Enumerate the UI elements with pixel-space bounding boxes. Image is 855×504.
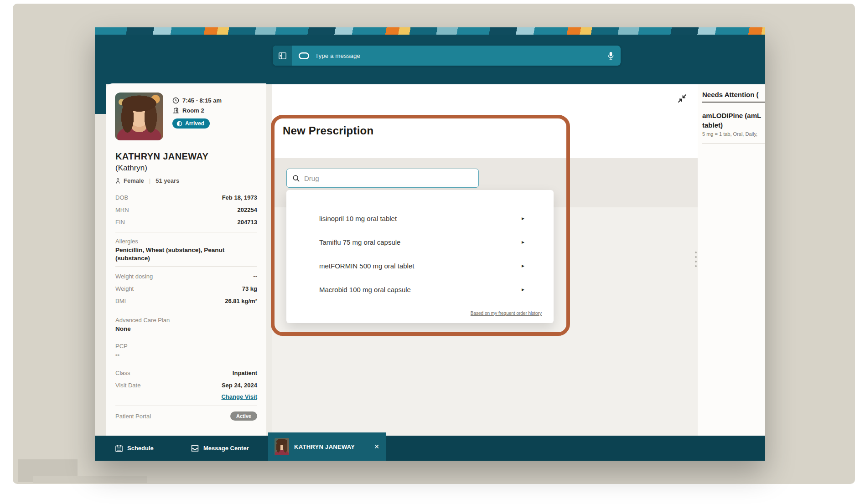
needs-attention-panel: Needs Attention ( amLODIPine (amL tablet… (698, 84, 765, 436)
patient-tab-name: KATHRYN JANEWAY (294, 443, 355, 450)
portal-status-badge: Active (230, 411, 257, 421)
patient-name: KATHRYN JANEWAY (115, 151, 257, 162)
appointment-time: 7:45 - 8:15 am (182, 97, 222, 104)
class-label: Class (115, 367, 130, 379)
status-badge[interactable]: Arrived (172, 118, 210, 129)
dob-row: DOB Feb 18, 1973 (106, 191, 266, 204)
visit-info: Class Inpatient Visit Date Sep 24, 2024 (106, 367, 266, 391)
suggestion-label: Tamiflu 75 mg oral capsule (319, 238, 400, 246)
search-icon (292, 175, 300, 182)
decorative-banner-strip (95, 27, 765, 35)
divider (702, 143, 765, 144)
panel-toggle-button[interactable] (273, 46, 292, 66)
bmi-label: BMI (115, 295, 126, 307)
drug-search-input[interactable] (304, 175, 473, 182)
pcp-value: -- (106, 351, 266, 359)
patient-demographic-row: Female | 51 years (115, 177, 257, 184)
chevron-right-icon: ▸ (522, 239, 524, 245)
patient-tab-avatar (275, 438, 289, 455)
drug-suggestions-panel: lisinopril 10 mg oral tablet ▸ Tamiflu 7… (286, 190, 554, 323)
patient-preferred-name: (Kathryn) (115, 164, 257, 173)
chat-message-input[interactable] (315, 52, 602, 59)
medication-name-line1: amLODIPine (amL (702, 111, 765, 120)
suggestion-label: Macrobid 100 mg oral capsule (319, 286, 411, 293)
divider (115, 337, 257, 337)
drug-search-field[interactable] (286, 169, 479, 188)
close-icon[interactable]: ✕ (374, 443, 379, 450)
chevron-right-icon: ▸ (522, 215, 524, 221)
divider (115, 266, 257, 267)
message-center-label: Message Center (203, 445, 249, 452)
suggestion-label: metFORMIN 500 mg oral tablet (319, 262, 414, 270)
appointment-time-row: 7:45 - 8:15 am (172, 95, 222, 105)
inbox-icon (191, 444, 199, 452)
suggestion-item[interactable]: lisinopril 10 mg oral tablet ▸ (319, 211, 524, 226)
patient-photo (115, 93, 163, 140)
patient-sex: Female (124, 177, 144, 184)
chevron-right-icon: ▸ (522, 286, 524, 293)
needs-attention-item[interactable]: amLODIPine (amL tablet) 5 mg = 1 tab, Or… (702, 111, 765, 137)
bmi-row: BMI 26.81 kg/m² (106, 295, 266, 307)
room-row: Room 2 (172, 105, 222, 115)
microphone-icon[interactable] (607, 51, 614, 60)
class-row: Class Inpatient (106, 367, 266, 379)
schedule-label: Schedule (127, 445, 154, 452)
divider (115, 363, 257, 363)
medication-name-line2: tablet) (702, 120, 765, 130)
measurements: Weight dosing -- Weight 73 kg BMI 26.81 … (106, 270, 266, 307)
medication-details: 5 mg = 1 tab, Oral, Daily, (702, 131, 765, 137)
suggestion-item[interactable]: Macrobid 100 mg oral capsule ▸ (319, 282, 524, 297)
backdrop-shadow-step-2 (33, 476, 147, 483)
assistant-oval-icon (298, 52, 310, 60)
weight-label: Weight (115, 283, 134, 295)
visit-date-label: Visit Date (115, 379, 140, 391)
weight-row: Weight 73 kg (106, 283, 266, 295)
divider (115, 311, 257, 311)
change-visit-link[interactable]: Change Visit (221, 393, 257, 400)
patient-photo-row: 7:45 - 8:15 am Room 2 Arrived (115, 93, 266, 140)
weight-dosing-value: -- (253, 270, 257, 283)
visit-date-value: Sep 24, 2024 (222, 379, 257, 391)
separator: | (149, 177, 150, 184)
bmi-value: 26.81 kg/m² (225, 295, 257, 307)
suggestion-item[interactable]: metFORMIN 500 mg oral tablet ▸ (319, 258, 524, 273)
patient-portal-label: Patient Portal (115, 413, 151, 420)
allergies-value: Penicillin, Wheat (substance), Peanut (s… (106, 246, 266, 262)
dob-value: Feb 18, 1973 (222, 191, 257, 204)
appointment-meta: 7:45 - 8:15 am Room 2 Arrived (172, 93, 222, 140)
collapse-arrows-icon (677, 93, 687, 103)
mrn-label: MRN (115, 204, 129, 216)
visit-date-row: Visit Date Sep 24, 2024 (106, 379, 266, 391)
main-content: New Prescription lisinopril 10 mg oral t… (272, 84, 698, 436)
suggestion-label: lisinopril 10 mg oral tablet (319, 215, 397, 222)
dob-label: DOB (115, 191, 128, 204)
weight-dosing-row: Weight dosing -- (106, 270, 266, 283)
schedule-button[interactable]: Schedule (115, 436, 154, 461)
patient-portal-row: Patient Portal Active (106, 410, 266, 421)
suggestion-item[interactable]: Tamiflu 75 mg oral capsule ▸ (319, 235, 524, 249)
collapse-panel-button[interactable] (676, 93, 688, 104)
chevron-right-icon: ▸ (522, 262, 524, 269)
acp-label: Advanced Care Plan (106, 315, 266, 325)
chat-bar (273, 46, 621, 66)
fin-label: FIN (115, 216, 125, 228)
divider (115, 406, 257, 406)
app-window: 7:45 - 8:15 am Room 2 Arrived KATHRYN JA… (95, 27, 765, 461)
frequent-order-history-link[interactable]: Based on my frequent order history (471, 311, 542, 316)
message-center-button[interactable]: Message Center (191, 436, 249, 461)
patient-tab[interactable]: KATHRYN JANEWAY ✕ (268, 432, 386, 461)
page-title: New Prescription (283, 124, 373, 137)
bottom-taskbar: Schedule Message Center KATHRYN JANEWAY … (95, 436, 765, 461)
calendar-icon (115, 444, 123, 453)
panel-resize-handle[interactable] (694, 252, 698, 272)
chat-input-zone[interactable] (292, 46, 621, 66)
needs-attention-title: Needs Attention ( (702, 91, 765, 103)
person-icon (115, 178, 120, 184)
fin-value: 204713 (238, 216, 257, 228)
change-visit-row: Change Visit (106, 391, 266, 402)
class-value: Inpatient (233, 367, 257, 379)
patient-sidebar: 7:45 - 8:15 am Room 2 Arrived KATHRYN JA… (106, 83, 266, 436)
mrn-row: MRN 202254 (106, 204, 266, 216)
fin-row: FIN 204713 (106, 216, 266, 228)
arrived-status-icon (176, 121, 182, 127)
